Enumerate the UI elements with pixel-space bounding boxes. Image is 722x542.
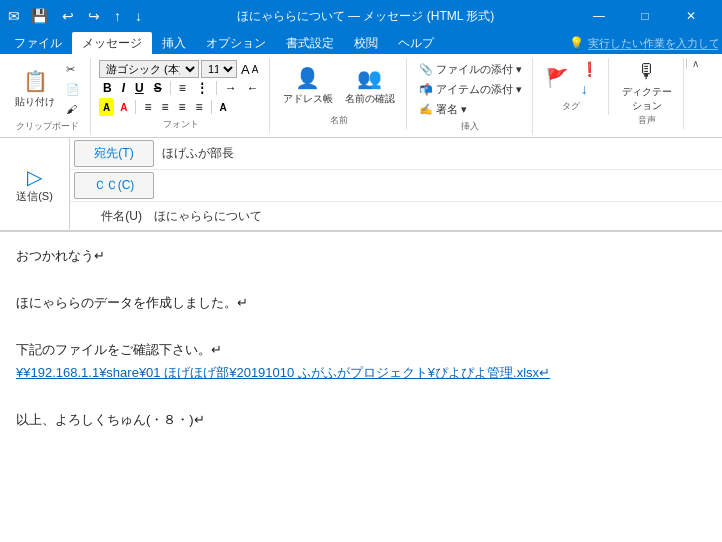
format-painter-button[interactable]: 🖌 — [62, 100, 84, 118]
menu-format[interactable]: 書式設定 — [276, 32, 344, 54]
font-settings: 游ゴシック (本文の) 11 A A B I U S — [99, 60, 263, 116]
voice-group: 🎙 ディクテーション 音声 — [611, 58, 684, 129]
font-name-row: 游ゴシック (本文の) 11 A A — [99, 60, 263, 78]
up-quick-btn[interactable]: ↑ — [109, 6, 126, 26]
underline-button[interactable]: U — [131, 79, 148, 97]
paste-icon: 📋 — [23, 69, 48, 93]
tag-icons-row: 🚩 ❗ ↓ — [541, 60, 602, 98]
font-size-select[interactable]: 11 — [201, 60, 237, 78]
minimize-button[interactable]: — — [576, 0, 622, 32]
signature-icon: ✍ — [419, 103, 433, 116]
list-number-button[interactable]: ⋮ — [192, 79, 212, 97]
attach-file-label: ファイルの添付 ▾ — [436, 62, 522, 77]
ribbon-content: 📋 貼り付け ✂ 📄 🖌 クリップボード — [0, 56, 722, 137]
align-row: A A ≡ ≡ ≡ ≡ A — [99, 98, 263, 116]
subject-row: 件名(U) — [70, 202, 722, 230]
align-left-button[interactable]: ≡ — [140, 98, 155, 116]
importance-low-button[interactable]: ↓ — [577, 80, 602, 98]
indent-increase-button[interactable]: → — [221, 79, 241, 97]
cut-icon: ✂ — [66, 63, 75, 76]
to-button[interactable]: 宛先(T) — [74, 140, 154, 167]
check-names-button[interactable]: 👥 名前の確認 — [340, 60, 400, 112]
strikethrough-button[interactable]: S — [150, 79, 166, 97]
align-justify-button[interactable]: ≡ — [192, 98, 207, 116]
send-icon: ▷ — [27, 165, 42, 189]
list-bullet-button[interactable]: ≡ — [175, 79, 190, 97]
format-painter-icon: 🖌 — [66, 103, 77, 115]
importance-high-button[interactable]: ❗ — [577, 60, 602, 78]
dictate-button[interactable]: 🎙 ディクテーション — [617, 60, 677, 112]
search-input[interactable] — [588, 37, 718, 50]
indent-decrease-button[interactable]: ← — [243, 79, 263, 97]
window-title: ほにゃららについて — メッセージ (HTML 形式) — [155, 8, 576, 25]
highlight-button[interactable]: A — [99, 98, 114, 116]
align-center-button[interactable]: ≡ — [157, 98, 172, 116]
ribbon-collapse-button[interactable]: ∧ — [686, 58, 704, 69]
attach-item-label: アイテムの添付 ▾ — [436, 82, 522, 97]
clear-format-button[interactable]: A — [216, 98, 231, 116]
body-line-6: ¥¥192.168.1.1¥share¥01 ほげほげ部¥20191010 ふが… — [16, 361, 706, 384]
address-area: ▷ 送信(S) 宛先(T) ＣＣ(C) 件名(U) — [0, 138, 722, 232]
menu-file[interactable]: ファイル — [4, 32, 72, 54]
font-color-button[interactable]: A — [116, 98, 131, 116]
voice-buttons: 🎙 ディクテーション — [617, 60, 677, 112]
subject-label: 件名(U) — [70, 204, 150, 229]
align-right-button[interactable]: ≡ — [175, 98, 190, 116]
send-button[interactable]: ▷ 送信(S) — [0, 138, 70, 230]
body-line-7 — [16, 384, 706, 407]
signature-button[interactable]: ✍ 署名 ▾ — [415, 100, 471, 118]
down-quick-btn[interactable]: ↓ — [130, 6, 147, 26]
names-buttons: 👤 アドレス帳 👥 名前の確認 — [278, 60, 400, 112]
font-grow-icon[interactable]: A — [241, 62, 250, 77]
email-body[interactable]: おつかれなう↵ ほにゃららのデータを作成しました。↵ 下記のファイルをご確認下さ… — [0, 232, 722, 542]
menu-message[interactable]: メッセージ — [72, 32, 152, 54]
clipboard-label: クリップボード — [16, 120, 79, 133]
address-send-row: ▷ 送信(S) 宛先(T) ＣＣ(C) 件名(U) — [0, 138, 722, 231]
menu-help[interactable]: ヘルプ — [388, 32, 444, 54]
attach-item-button[interactable]: 📬 アイテムの添付 ▾ — [415, 80, 526, 98]
menu-review[interactable]: 校閲 — [344, 32, 388, 54]
send-label: 送信(S) — [16, 189, 53, 204]
ribbon: 📋 貼り付け ✂ 📄 🖌 クリップボード — [0, 54, 722, 138]
check-names-icon: 👥 — [357, 66, 382, 90]
body-line-3: ほにゃららのデータを作成しました。↵ — [16, 291, 706, 314]
names-group: 👤 アドレス帳 👥 名前の確認 名前 — [272, 58, 407, 129]
address-book-button[interactable]: 👤 アドレス帳 — [278, 60, 338, 112]
redo-quick-btn[interactable]: ↪ — [83, 6, 105, 26]
cc-button[interactable]: ＣＣ(C) — [74, 172, 154, 199]
importance-high-icon: ❗ — [581, 61, 598, 77]
flag-icon: 🚩 — [546, 67, 568, 89]
cc-field[interactable] — [158, 175, 722, 197]
cut-button[interactable]: ✂ — [62, 60, 84, 78]
menu-options[interactable]: オプション — [196, 32, 276, 54]
undo-quick-btn[interactable]: ↩ — [57, 6, 79, 26]
font-shrink-icon[interactable]: A — [252, 64, 259, 75]
search-icon: 💡 — [569, 36, 584, 50]
paste-button[interactable]: 📋 貼り付け — [10, 63, 60, 115]
bold-button[interactable]: B — [99, 79, 116, 97]
app-window: ✉ 💾 ↩ ↪ ↑ ↓ ほにゃららについて — メッセージ (HTML 形式) … — [0, 0, 722, 542]
italic-button[interactable]: I — [118, 79, 129, 97]
to-field[interactable] — [158, 143, 722, 165]
file-link[interactable]: ¥¥192.168.1.1¥share¥01 ほげほげ部¥20191010 ふが… — [16, 365, 550, 380]
app-icon: ✉ — [8, 8, 20, 24]
dictate-icon: 🎙 — [637, 60, 657, 83]
flag-button[interactable]: 🚩 — [541, 60, 573, 96]
close-button[interactable]: ✕ — [668, 0, 714, 32]
subject-field[interactable] — [150, 205, 722, 227]
menu-bar: ファイル メッセージ 挿入 オプション 書式設定 校閲 ヘルプ 💡 — [0, 32, 722, 54]
check-names-label: 名前の確認 — [345, 92, 395, 106]
clipboard-buttons: 📋 貼り付け ✂ 📄 🖌 — [10, 60, 84, 118]
search-area: 💡 — [569, 36, 718, 50]
attach-file-button[interactable]: 📎 ファイルの添付 ▾ — [415, 60, 526, 78]
clipboard-group: 📋 貼り付け ✂ 📄 🖌 クリップボード — [4, 58, 91, 135]
quick-access-toolbar: 💾 ↩ ↪ ↑ ↓ — [26, 6, 147, 26]
maximize-button[interactable]: □ — [622, 0, 668, 32]
font-label: フォント — [163, 118, 199, 131]
font-family-select[interactable]: 游ゴシック (本文の) — [99, 60, 199, 78]
tags-buttons: 🚩 ❗ ↓ — [541, 60, 602, 98]
copy-button[interactable]: 📄 — [62, 80, 84, 98]
save-quick-btn[interactable]: 💾 — [26, 6, 53, 26]
attach-item-icon: 📬 — [419, 83, 433, 96]
menu-insert[interactable]: 挿入 — [152, 32, 196, 54]
